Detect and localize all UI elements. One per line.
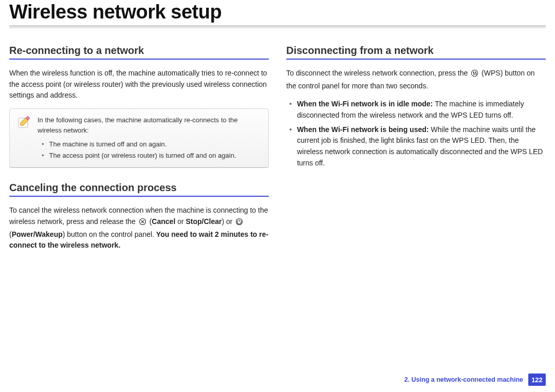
bullet-dot-icon: • <box>289 124 292 169</box>
cancel-close-or: ) or <box>222 217 235 226</box>
cancel-icon <box>139 218 146 229</box>
heading-disconnecting: Disconnecting from a network <box>286 45 546 60</box>
bullet-dot-icon: • <box>289 99 292 121</box>
page-footer: 2. Using a network-connected machine 122 <box>404 374 546 386</box>
note-intro: In the following cases, the machine auto… <box>38 115 261 135</box>
cancel-or-text: or <box>175 217 186 226</box>
disc-bullet-1: • When the Wi-Fi network is in idle mode… <box>289 99 546 121</box>
note-item-1: • The machine is turned off and on again… <box>42 139 261 150</box>
stopclear-label: Stop/Clear <box>186 217 222 226</box>
disc-b1-lead: When the Wi-Fi network is in idle mode: <box>297 100 435 108</box>
bullet-dot-icon: • <box>42 151 44 161</box>
content-columns: Re-connecting to a network When the wire… <box>9 45 546 258</box>
disc-b2-lead: When the Wi-Fi network is being used: <box>297 125 431 134</box>
disc-bullet-2: • When the Wi-Fi network is being used: … <box>289 124 546 169</box>
note-icon <box>17 115 31 129</box>
power-label: Power/Wakeup <box>12 230 63 238</box>
page-title: Wireless network setup <box>9 1 546 23</box>
note-inner: In the following cases, the machine auto… <box>17 115 261 162</box>
note-text: In the following cases, the machine auto… <box>38 115 261 162</box>
note-item-2: • The access point (or wireless router) … <box>42 151 261 161</box>
note-item-1-text: The machine is turned off and on again. <box>49 139 167 150</box>
para-disconnecting: To disconnect the wireless network conne… <box>286 68 546 91</box>
footer-chapter: 2. Using a network-connected machine <box>404 376 523 383</box>
heading-canceling: Canceling the connection process <box>9 182 269 197</box>
note-box: In the following cases, the machine auto… <box>9 108 269 167</box>
title-rule <box>9 25 546 29</box>
bullet-dot-icon: • <box>42 139 44 150</box>
disc-bullet-2-body: When the Wi-Fi network is being used: Wh… <box>297 124 546 169</box>
right-column: Disconnecting from a network To disconne… <box>286 45 546 258</box>
note-item-2-text: The access point (or wireless router) is… <box>49 151 236 161</box>
note-sublist: • The machine is turned off and on again… <box>38 139 261 161</box>
power-mid-text: ) button on the control panel. <box>63 230 156 238</box>
cancel-label: Cancel <box>152 217 175 226</box>
para-reconnecting: When the wireless function is off, the m… <box>9 68 269 101</box>
svg-point-4 <box>471 70 477 76</box>
document-page: Wireless network setup Re-connecting to … <box>0 0 555 392</box>
para-canceling: To cancel the wireless network connectio… <box>9 205 269 251</box>
disc-bullet-1-body: When the Wi-Fi network is in idle mode: … <box>297 99 546 121</box>
heading-reconnecting: Re-connecting to a network <box>9 45 269 60</box>
title-bar: Wireless network setup <box>9 0 546 29</box>
page-number-badge: 122 <box>528 374 546 386</box>
left-column: Re-connecting to a network When the wire… <box>9 45 269 258</box>
wps-icon <box>471 69 478 81</box>
power-icon <box>235 218 243 229</box>
disc-pre-text: To disconnect the wireless network conne… <box>286 69 470 77</box>
